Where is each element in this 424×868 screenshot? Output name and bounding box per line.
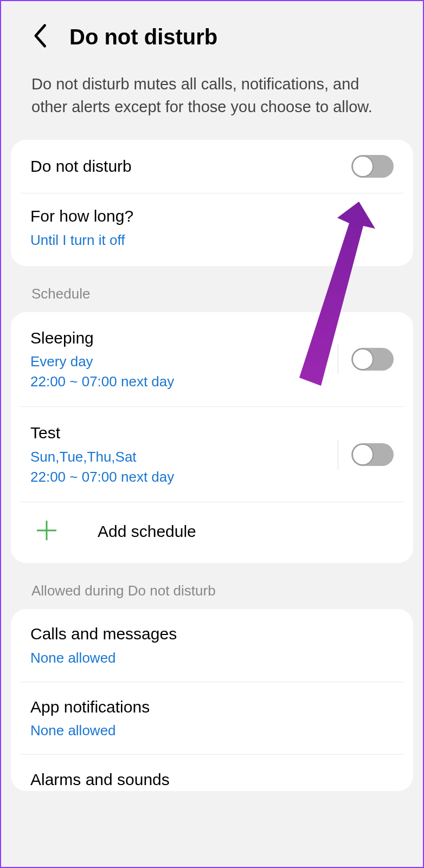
page-description: Do not disturb mutes all calls, notifica…: [1, 62, 423, 140]
allowed-item-appnotif[interactable]: App notifications None allowed: [11, 682, 413, 755]
schedule-section-header: Schedule: [1, 266, 423, 312]
duration-value: Until I turn it off: [30, 231, 394, 250]
allowed-item-title: Calls and messages: [30, 623, 394, 645]
main-settings-card: Do not disturb For how long? Until I tur…: [11, 140, 413, 266]
header-bar: Do not disturb: [1, 1, 423, 62]
allowed-item-sub: None allowed: [30, 649, 394, 668]
add-schedule-label: Add schedule: [98, 522, 196, 541]
schedule-item-title: Sleeping: [30, 327, 338, 349]
schedule-item-days: Sun,Tue,Thu,Sat: [30, 448, 338, 467]
schedule-item-time: 22:00 ~ 07:00 next day: [30, 468, 338, 487]
page-title: Do not disturb: [69, 25, 217, 49]
add-schedule-button[interactable]: Add schedule: [11, 502, 413, 563]
dnd-toggle-label: Do not disturb: [30, 156, 351, 178]
schedule-item-test[interactable]: Test Sun,Tue,Thu,Sat 22:00 ~ 07:00 next …: [11, 407, 413, 502]
dnd-toggle-row[interactable]: Do not disturb: [11, 140, 413, 193]
allowed-item-sub: None allowed: [30, 721, 394, 740]
allowed-item-title: App notifications: [30, 696, 394, 718]
plus-icon: [35, 519, 59, 545]
schedule-item-title: Test: [30, 422, 338, 444]
schedule-item-time: 22:00 ~ 07:00 next day: [30, 372, 338, 391]
duration-label: For how long?: [30, 205, 394, 228]
schedule-item-days: Every day: [30, 352, 338, 371]
divider: [338, 344, 338, 374]
duration-row[interactable]: For how long? Until I turn it off: [11, 193, 413, 266]
allowed-card: Calls and messages None allowed App noti…: [11, 609, 413, 791]
divider: [338, 439, 338, 470]
schedule-toggle-sleeping[interactable]: [351, 348, 394, 371]
back-icon[interactable]: [31, 23, 48, 51]
allowed-section-header: Allowed during Do not disturb: [1, 563, 423, 609]
schedule-item-sleeping[interactable]: Sleeping Every day 22:00 ~ 07:00 next da…: [11, 312, 413, 407]
allowed-item-title: Alarms and sounds: [30, 769, 394, 791]
allowed-item-alarms[interactable]: Alarms and sounds: [11, 755, 413, 791]
dnd-toggle[interactable]: [351, 155, 394, 178]
schedule-toggle-test[interactable]: [351, 443, 394, 466]
schedule-card: Sleeping Every day 22:00 ~ 07:00 next da…: [11, 312, 413, 563]
allowed-item-calls[interactable]: Calls and messages None allowed: [11, 609, 413, 682]
